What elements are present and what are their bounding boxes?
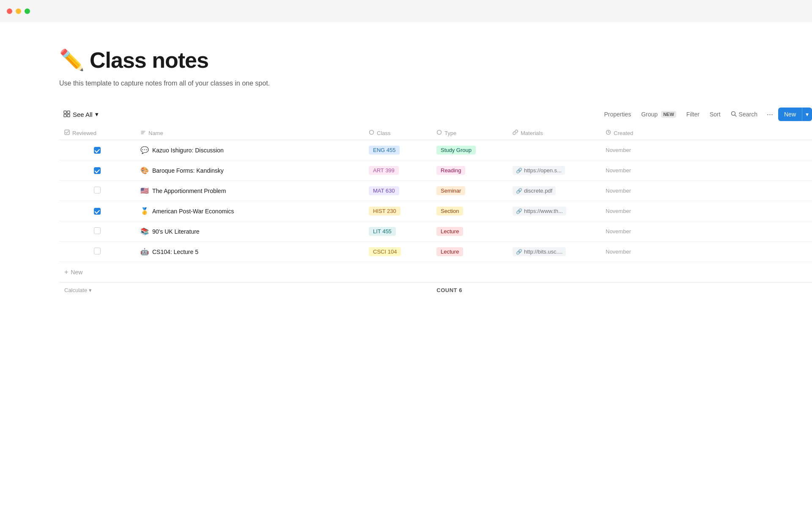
page-title-row: ✏️ Class notes (59, 47, 812, 73)
page-emoji: ✏️ (59, 50, 85, 70)
calculate-button[interactable]: Calculate ▾ (64, 287, 92, 293)
filter-button[interactable]: Filter (682, 108, 704, 120)
add-row-cell: +New (59, 262, 812, 282)
group-label: Group (641, 111, 658, 118)
materials-cell: 🔗http://bits.usc.... (508, 242, 601, 262)
col-materials: Materials (508, 126, 601, 140)
count-display: COUNT 6 (436, 287, 462, 293)
search-button[interactable]: Search (727, 108, 762, 121)
table-row[interactable]: 🥇American Post-War EconomicsHIST 230Sect… (59, 201, 812, 221)
table-row[interactable]: 🎨Baroque Forms: KandinskyART 399Reading🔗… (59, 160, 812, 181)
type-badge[interactable]: Lecture (436, 227, 463, 236)
class-badge[interactable]: ART 399 (369, 166, 399, 175)
table-body: 💬Kazuo Ishiguro: DiscussionENG 455Study … (59, 140, 812, 282)
sort-button[interactable]: Sort (705, 108, 725, 120)
table-row[interactable]: 🇺🇸The Apportionment ProblemMAT 630Semina… (59, 181, 812, 201)
type-cell: Lecture (431, 221, 508, 242)
type-cell: Seminar (431, 181, 508, 201)
reviewed-cell (59, 201, 135, 221)
class-cell: ART 399 (364, 160, 431, 181)
link-icon: 🔗 (516, 249, 522, 255)
table-row[interactable]: 💬Kazuo Ishiguro: DiscussionENG 455Study … (59, 140, 812, 160)
type-badge[interactable]: Seminar (436, 186, 465, 195)
created-value: November (606, 248, 631, 255)
reviewed-checkbox[interactable] (94, 208, 101, 215)
row-name[interactable]: Kazuo Ishiguro: Discussion (152, 147, 224, 154)
row-name[interactable]: CS104: Lecture 5 (152, 248, 198, 255)
created-cell: November (601, 140, 812, 160)
col-created: Created (601, 126, 812, 140)
reviewed-checkbox[interactable] (94, 167, 101, 174)
material-link[interactable]: 🔗http://bits.usc.... (513, 247, 566, 256)
svg-rect-1 (67, 111, 70, 113)
calculate-chevron-icon: ▾ (89, 287, 92, 293)
titlebar (0, 0, 812, 22)
created-cell: November (601, 201, 812, 221)
reviewed-checkbox[interactable] (94, 248, 101, 254)
row-name[interactable]: Baroque Forms: Kandinsky (152, 167, 224, 174)
table-row[interactable]: 🤖CS104: Lecture 5CSCI 104Lecture🔗http://… (59, 242, 812, 262)
type-badge[interactable]: Lecture (436, 247, 463, 256)
material-link[interactable]: 🔗https://open.s... (513, 166, 565, 175)
maximize-button[interactable] (25, 8, 30, 14)
see-all-button[interactable]: See All ▾ (59, 108, 103, 121)
materials-cell: 🔗discrete.pdf (508, 181, 601, 201)
name-cell: 📚90's UK Literature (135, 221, 364, 242)
name-cell: 💬Kazuo Ishiguro: Discussion (135, 140, 364, 160)
name-inner: 🇺🇸The Apportionment Problem (140, 187, 359, 195)
name-inner: 🎨Baroque Forms: Kandinsky (140, 166, 359, 174)
name-cell: 🤖CS104: Lecture 5 (135, 242, 364, 262)
row-emoji: 🇺🇸 (140, 187, 149, 195)
type-cell: Lecture (431, 242, 508, 262)
svg-point-10 (370, 130, 374, 135)
toolbar: See All ▾ Properties Group NEW Filter So… (59, 108, 812, 126)
material-link[interactable]: 🔗discrete.pdf (513, 186, 556, 195)
link-icon: 🔗 (516, 208, 522, 214)
class-cell: CSCI 104 (364, 242, 431, 262)
svg-line-5 (735, 115, 736, 116)
add-new-button[interactable]: +New (64, 267, 812, 278)
table-header: Reviewed Name (59, 126, 812, 140)
class-cell: MAT 630 (364, 181, 431, 201)
created-cell: November (601, 242, 812, 262)
class-badge[interactable]: ENG 455 (369, 146, 400, 155)
properties-button[interactable]: Properties (600, 108, 635, 120)
group-button[interactable]: Group NEW (637, 108, 680, 120)
properties-label: Properties (604, 111, 631, 118)
new-button-dropdown[interactable]: ▾ (802, 108, 812, 121)
page-title: Class notes (90, 47, 208, 73)
row-name[interactable]: The Apportionment Problem (152, 188, 226, 194)
class-badge[interactable]: CSCI 104 (369, 247, 401, 256)
text-header-icon (140, 130, 146, 136)
class-badge[interactable]: HIST 230 (369, 207, 401, 215)
row-emoji: 🤖 (140, 248, 149, 256)
add-row[interactable]: +New (59, 262, 812, 282)
more-options-button[interactable]: ··· (763, 108, 776, 121)
table-row[interactable]: 📚90's UK LiteratureLIT 455LectureNovembe… (59, 221, 812, 242)
minimize-button[interactable] (16, 8, 21, 14)
svg-rect-2 (64, 114, 66, 117)
material-link[interactable]: 🔗https://www.th... (513, 207, 566, 215)
type-badge[interactable]: Section (436, 207, 463, 215)
table-footer: Calculate ▾ COUNT 6 (59, 282, 812, 298)
close-button[interactable] (7, 8, 12, 14)
type-badge[interactable]: Study Group (436, 146, 476, 155)
class-badge[interactable]: LIT 455 (369, 227, 396, 236)
main-content: ✏️ Class notes Use this template to capt… (0, 22, 812, 298)
reviewed-checkbox[interactable] (94, 227, 101, 234)
new-button[interactable]: New (778, 108, 802, 121)
name-inner: 🤖CS104: Lecture 5 (140, 248, 359, 256)
table-container: Reviewed Name (59, 126, 812, 298)
row-name[interactable]: 90's UK Literature (152, 228, 200, 235)
materials-cell (508, 221, 601, 242)
row-name[interactable]: American Post-War Economics (152, 208, 234, 215)
created-value: November (606, 188, 631, 194)
count-prefix: COUNT (436, 287, 457, 293)
name-inner: 💬Kazuo Ishiguro: Discussion (140, 146, 359, 154)
name-inner: 🥇American Post-War Economics (140, 207, 359, 215)
type-badge[interactable]: Reading (436, 166, 465, 175)
reviewed-checkbox[interactable] (94, 187, 101, 193)
col-type-label: Type (444, 130, 456, 136)
reviewed-checkbox[interactable] (94, 147, 101, 154)
class-badge[interactable]: MAT 630 (369, 186, 399, 195)
